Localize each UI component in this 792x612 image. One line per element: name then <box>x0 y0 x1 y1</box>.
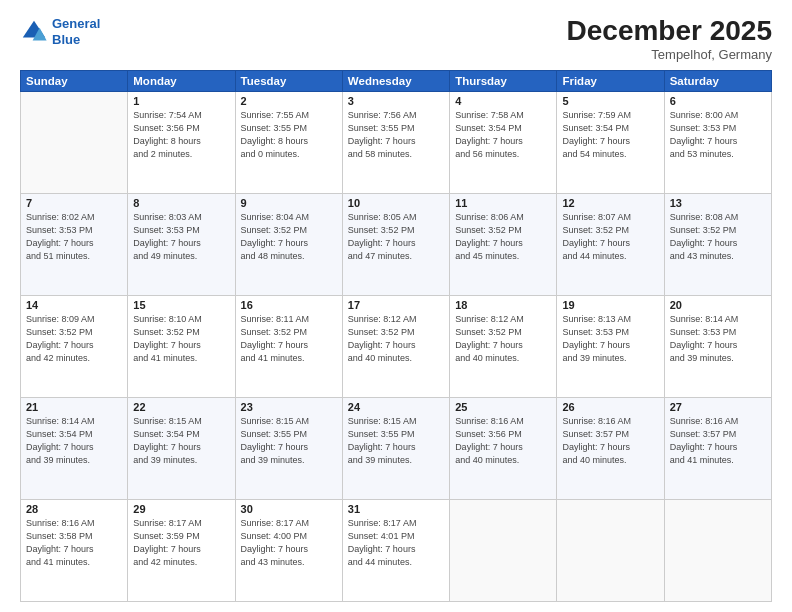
logo-line2: Blue <box>52 32 80 47</box>
calendar-cell <box>21 91 128 193</box>
day-number: 8 <box>133 197 229 209</box>
calendar-cell: 19Sunrise: 8:13 AMSunset: 3:53 PMDayligh… <box>557 295 664 397</box>
calendar-cell: 8Sunrise: 8:03 AMSunset: 3:53 PMDaylight… <box>128 193 235 295</box>
calendar-cell: 20Sunrise: 8:14 AMSunset: 3:53 PMDayligh… <box>664 295 771 397</box>
calendar-cell <box>664 499 771 601</box>
day-number: 30 <box>241 503 337 515</box>
day-info: Sunrise: 8:16 AMSunset: 3:57 PMDaylight:… <box>670 415 766 467</box>
day-info: Sunrise: 8:07 AMSunset: 3:52 PMDaylight:… <box>562 211 658 263</box>
day-info: Sunrise: 8:11 AMSunset: 3:52 PMDaylight:… <box>241 313 337 365</box>
calendar-cell: 6Sunrise: 8:00 AMSunset: 3:53 PMDaylight… <box>664 91 771 193</box>
day-info: Sunrise: 8:05 AMSunset: 3:52 PMDaylight:… <box>348 211 444 263</box>
day-number: 12 <box>562 197 658 209</box>
calendar-cell: 16Sunrise: 8:11 AMSunset: 3:52 PMDayligh… <box>235 295 342 397</box>
day-info: Sunrise: 8:16 AMSunset: 3:58 PMDaylight:… <box>26 517 122 569</box>
day-info: Sunrise: 8:14 AMSunset: 3:54 PMDaylight:… <box>26 415 122 467</box>
day-number: 10 <box>348 197 444 209</box>
calendar-cell: 28Sunrise: 8:16 AMSunset: 3:58 PMDayligh… <box>21 499 128 601</box>
calendar-cell: 24Sunrise: 8:15 AMSunset: 3:55 PMDayligh… <box>342 397 449 499</box>
day-number: 14 <box>26 299 122 311</box>
calendar-cell: 2Sunrise: 7:55 AMSunset: 3:55 PMDaylight… <box>235 91 342 193</box>
day-info: Sunrise: 8:04 AMSunset: 3:52 PMDaylight:… <box>241 211 337 263</box>
calendar-cell: 31Sunrise: 8:17 AMSunset: 4:01 PMDayligh… <box>342 499 449 601</box>
calendar-cell: 13Sunrise: 8:08 AMSunset: 3:52 PMDayligh… <box>664 193 771 295</box>
day-number: 27 <box>670 401 766 413</box>
calendar-cell <box>557 499 664 601</box>
day-number: 15 <box>133 299 229 311</box>
day-number: 28 <box>26 503 122 515</box>
day-info: Sunrise: 7:56 AMSunset: 3:55 PMDaylight:… <box>348 109 444 161</box>
day-info: Sunrise: 8:17 AMSunset: 4:00 PMDaylight:… <box>241 517 337 569</box>
day-number: 16 <box>241 299 337 311</box>
calendar-cell: 1Sunrise: 7:54 AMSunset: 3:56 PMDaylight… <box>128 91 235 193</box>
day-info: Sunrise: 8:17 AMSunset: 4:01 PMDaylight:… <box>348 517 444 569</box>
page: General Blue December 2025 Tempelhof, Ge… <box>0 0 792 612</box>
day-number: 6 <box>670 95 766 107</box>
logo-line1: General <box>52 16 100 31</box>
calendar-cell: 4Sunrise: 7:58 AMSunset: 3:54 PMDaylight… <box>450 91 557 193</box>
logo: General Blue <box>20 16 100 47</box>
calendar-cell: 26Sunrise: 8:16 AMSunset: 3:57 PMDayligh… <box>557 397 664 499</box>
calendar-week-row: 7Sunrise: 8:02 AMSunset: 3:53 PMDaylight… <box>21 193 772 295</box>
day-number: 21 <box>26 401 122 413</box>
calendar-day-header: Wednesday <box>342 70 449 91</box>
calendar-cell: 21Sunrise: 8:14 AMSunset: 3:54 PMDayligh… <box>21 397 128 499</box>
calendar-cell: 30Sunrise: 8:17 AMSunset: 4:00 PMDayligh… <box>235 499 342 601</box>
calendar: SundayMondayTuesdayWednesdayThursdayFrid… <box>20 70 772 602</box>
calendar-cell: 11Sunrise: 8:06 AMSunset: 3:52 PMDayligh… <box>450 193 557 295</box>
calendar-cell: 22Sunrise: 8:15 AMSunset: 3:54 PMDayligh… <box>128 397 235 499</box>
calendar-day-header: Monday <box>128 70 235 91</box>
day-info: Sunrise: 7:58 AMSunset: 3:54 PMDaylight:… <box>455 109 551 161</box>
day-number: 18 <box>455 299 551 311</box>
day-info: Sunrise: 7:55 AMSunset: 3:55 PMDaylight:… <box>241 109 337 161</box>
subtitle: Tempelhof, Germany <box>567 47 772 62</box>
logo-icon <box>20 18 48 46</box>
day-info: Sunrise: 8:12 AMSunset: 3:52 PMDaylight:… <box>455 313 551 365</box>
calendar-day-header: Friday <box>557 70 664 91</box>
day-info: Sunrise: 8:02 AMSunset: 3:53 PMDaylight:… <box>26 211 122 263</box>
calendar-cell: 12Sunrise: 8:07 AMSunset: 3:52 PMDayligh… <box>557 193 664 295</box>
day-number: 4 <box>455 95 551 107</box>
month-title: December 2025 <box>567 16 772 47</box>
calendar-cell: 14Sunrise: 8:09 AMSunset: 3:52 PMDayligh… <box>21 295 128 397</box>
day-number: 24 <box>348 401 444 413</box>
calendar-cell: 18Sunrise: 8:12 AMSunset: 3:52 PMDayligh… <box>450 295 557 397</box>
day-number: 26 <box>562 401 658 413</box>
day-number: 22 <box>133 401 229 413</box>
calendar-day-header: Sunday <box>21 70 128 91</box>
day-number: 25 <box>455 401 551 413</box>
day-info: Sunrise: 7:54 AMSunset: 3:56 PMDaylight:… <box>133 109 229 161</box>
day-info: Sunrise: 8:12 AMSunset: 3:52 PMDaylight:… <box>348 313 444 365</box>
calendar-day-header: Tuesday <box>235 70 342 91</box>
day-info: Sunrise: 8:13 AMSunset: 3:53 PMDaylight:… <box>562 313 658 365</box>
day-number: 9 <box>241 197 337 209</box>
day-info: Sunrise: 7:59 AMSunset: 3:54 PMDaylight:… <box>562 109 658 161</box>
day-number: 13 <box>670 197 766 209</box>
day-number: 23 <box>241 401 337 413</box>
day-info: Sunrise: 8:08 AMSunset: 3:52 PMDaylight:… <box>670 211 766 263</box>
calendar-cell: 25Sunrise: 8:16 AMSunset: 3:56 PMDayligh… <box>450 397 557 499</box>
calendar-cell: 17Sunrise: 8:12 AMSunset: 3:52 PMDayligh… <box>342 295 449 397</box>
calendar-cell: 10Sunrise: 8:05 AMSunset: 3:52 PMDayligh… <box>342 193 449 295</box>
day-info: Sunrise: 8:15 AMSunset: 3:55 PMDaylight:… <box>241 415 337 467</box>
calendar-week-row: 1Sunrise: 7:54 AMSunset: 3:56 PMDaylight… <box>21 91 772 193</box>
day-number: 7 <box>26 197 122 209</box>
calendar-week-row: 21Sunrise: 8:14 AMSunset: 3:54 PMDayligh… <box>21 397 772 499</box>
calendar-cell: 27Sunrise: 8:16 AMSunset: 3:57 PMDayligh… <box>664 397 771 499</box>
calendar-header-row: SundayMondayTuesdayWednesdayThursdayFrid… <box>21 70 772 91</box>
day-info: Sunrise: 8:09 AMSunset: 3:52 PMDaylight:… <box>26 313 122 365</box>
day-number: 19 <box>562 299 658 311</box>
header: General Blue December 2025 Tempelhof, Ge… <box>20 16 772 62</box>
day-info: Sunrise: 8:06 AMSunset: 3:52 PMDaylight:… <box>455 211 551 263</box>
day-info: Sunrise: 8:15 AMSunset: 3:55 PMDaylight:… <box>348 415 444 467</box>
day-number: 29 <box>133 503 229 515</box>
day-info: Sunrise: 8:15 AMSunset: 3:54 PMDaylight:… <box>133 415 229 467</box>
logo-text: General Blue <box>52 16 100 47</box>
day-number: 17 <box>348 299 444 311</box>
day-info: Sunrise: 8:00 AMSunset: 3:53 PMDaylight:… <box>670 109 766 161</box>
day-info: Sunrise: 8:16 AMSunset: 3:56 PMDaylight:… <box>455 415 551 467</box>
calendar-cell: 7Sunrise: 8:02 AMSunset: 3:53 PMDaylight… <box>21 193 128 295</box>
calendar-day-header: Thursday <box>450 70 557 91</box>
day-number: 11 <box>455 197 551 209</box>
calendar-cell: 5Sunrise: 7:59 AMSunset: 3:54 PMDaylight… <box>557 91 664 193</box>
